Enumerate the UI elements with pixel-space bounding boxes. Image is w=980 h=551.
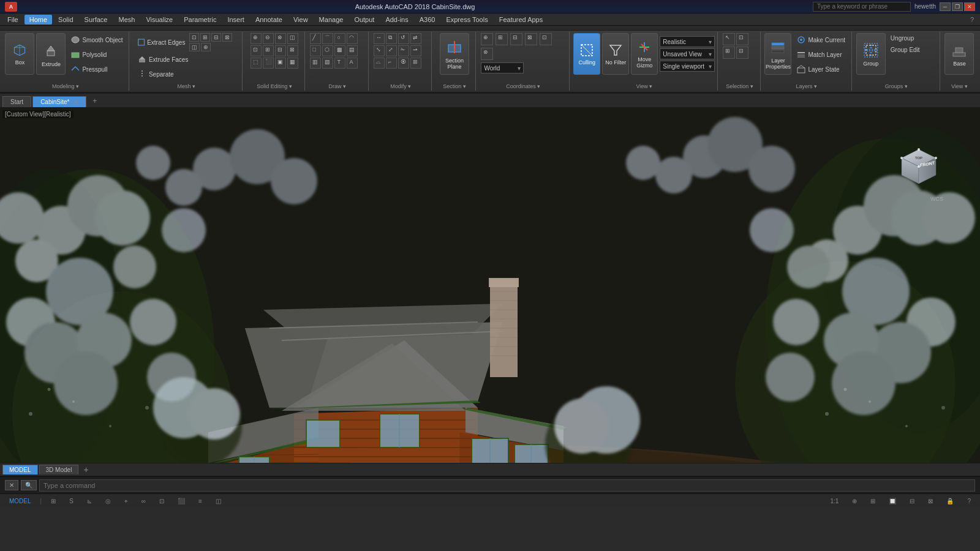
- add-layout-btn[interactable]: +: [80, 463, 92, 476]
- layer-properties-button[interactable]: Layer Properties: [764, 33, 791, 75]
- menu-item-insert[interactable]: Insert: [222, 15, 249, 24]
- coord-icon4[interactable]: ⊠: [525, 33, 537, 45]
- se-icon7[interactable]: ⊟: [275, 45, 286, 56]
- sel-icon4[interactable]: ⊟: [736, 47, 748, 59]
- line-btn[interactable]: ╱: [310, 33, 321, 44]
- menu-item-output[interactable]: Output: [349, 15, 379, 24]
- group-edit-btn[interactable]: Group Edit: [888, 45, 937, 55]
- otrack-toggle[interactable]: ∞: [137, 496, 150, 506]
- separate-button[interactable]: Separate: [134, 67, 183, 81]
- visual-style-dropdown[interactable]: Realistic: [660, 36, 715, 47]
- world-dropdown[interactable]: World: [481, 62, 524, 73]
- coord-icon1[interactable]: ⊕: [481, 33, 493, 45]
- extrude-faces-button[interactable]: Extrude Faces: [134, 53, 191, 66]
- coord-icon5[interactable]: ⊡: [540, 33, 552, 45]
- view-cube[interactable]: FRONT TOP WCS: [894, 144, 943, 193]
- sel-icon2[interactable]: ⊡: [736, 33, 748, 45]
- menu-item-featured[interactable]: Featured Apps: [494, 15, 548, 24]
- grid-toggle[interactable]: ⊞: [47, 496, 60, 506]
- boundary-btn[interactable]: ▥: [310, 58, 321, 69]
- se-icon8[interactable]: ⊠: [287, 45, 298, 56]
- status-icon1[interactable]: ⊕: [848, 496, 861, 506]
- trim-btn[interactable]: ✁: [398, 45, 409, 56]
- command-close-btn[interactable]: ✕: [5, 480, 18, 490]
- se-icon12[interactable]: ▦: [287, 58, 298, 69]
- se-icon10[interactable]: ⬛: [263, 58, 274, 69]
- osnap-toggle[interactable]: ⌖: [120, 496, 132, 507]
- search-input[interactable]: [813, 2, 911, 12]
- presspull-button[interactable]: Presspull: [67, 62, 126, 76]
- group-button[interactable]: Group: [856, 33, 886, 75]
- status-icon3[interactable]: 🔲: [884, 496, 900, 506]
- menu-item-manage[interactable]: Manage: [314, 15, 349, 24]
- model-tab[interactable]: MODEL: [2, 465, 38, 474]
- stretch-btn[interactable]: ⤢: [386, 45, 397, 56]
- menu-item-visualize[interactable]: Visualize: [141, 15, 178, 24]
- rotate-btn[interactable]: ↺: [398, 33, 409, 44]
- 3d-model-tab[interactable]: 3D Model: [39, 465, 79, 474]
- viewport-dropdown[interactable]: Single viewport: [660, 61, 715, 72]
- layer-extra-btn[interactable]: Layer State: [793, 62, 848, 76]
- ungroup-button[interactable]: Ungroup: [888, 33, 937, 43]
- transparency-toggle[interactable]: ◫: [211, 496, 225, 506]
- se-icon11[interactable]: ▣: [275, 58, 286, 69]
- sel-icon3[interactable]: ⊞: [723, 47, 735, 59]
- se-icon2[interactable]: ⊖: [263, 33, 274, 44]
- se-icon6[interactable]: ⊞: [263, 45, 274, 56]
- section-plane-button[interactable]: Section Plane: [440, 33, 469, 75]
- menu-item-parametric[interactable]: Parametric: [179, 15, 221, 24]
- ortho-toggle[interactable]: ⊾: [83, 496, 96, 506]
- status-icon2[interactable]: ⊞: [866, 496, 880, 506]
- menu-item-addins[interactable]: Add-ins: [380, 15, 413, 24]
- close-btn[interactable]: ✕: [964, 2, 975, 11]
- tab-close-icon[interactable]: ✕: [74, 99, 78, 105]
- menu-item-file[interactable]: File: [2, 15, 23, 24]
- saved-view-dropdown[interactable]: Unsaved View: [660, 48, 715, 59]
- circle-btn[interactable]: ○: [334, 33, 345, 44]
- menu-item-a360[interactable]: A360: [415, 15, 440, 24]
- tab-add-btn[interactable]: +: [88, 95, 102, 107]
- rect-btn[interactable]: □: [310, 45, 321, 56]
- menu-item-annotate[interactable]: Annotate: [251, 15, 287, 24]
- fillet-btn[interactable]: ⌓: [374, 58, 385, 69]
- region-btn[interactable]: ▧: [322, 58, 333, 69]
- status-icon4[interactable]: ⊟: [905, 496, 919, 506]
- mtext-btn[interactable]: A: [347, 58, 358, 69]
- extrude-button[interactable]: Extrude: [36, 33, 66, 75]
- polar-toggle[interactable]: ◎: [101, 496, 115, 506]
- hatch-btn[interactable]: ▩: [334, 45, 345, 56]
- box-button[interactable]: Box: [5, 33, 34, 75]
- extract-edges-button[interactable]: Extract Edges: [134, 36, 188, 49]
- array-btn[interactable]: ⊞: [410, 58, 421, 69]
- viewport-area[interactable]: [Custom View][Realistic]: [0, 108, 980, 463]
- offset-btn[interactable]: ⦿: [398, 58, 409, 69]
- tab-start[interactable]: Start: [2, 96, 31, 107]
- menu-item-surface[interactable]: Surface: [80, 15, 113, 24]
- polysolid-button[interactable]: Polysolid: [67, 48, 126, 61]
- tab-cabinsite[interactable]: CabinSite* ✕: [32, 96, 86, 107]
- chamfer-btn[interactable]: ⌐: [386, 58, 397, 69]
- coord-icon3[interactable]: ⊟: [510, 33, 522, 45]
- copy-btn[interactable]: ⧉: [386, 33, 397, 44]
- make-current-button[interactable]: Make Current: [793, 33, 848, 47]
- menu-item-mesh[interactable]: Mesh: [113, 15, 140, 24]
- move-gizmo-button[interactable]: Move Gizmo: [631, 33, 658, 75]
- model-status-btn[interactable]: MODEL: [5, 496, 36, 506]
- arc-btn[interactable]: ◠: [347, 33, 358, 44]
- lock-icon[interactable]: 🔒: [942, 496, 958, 506]
- se-icon4[interactable]: ◫: [287, 33, 298, 44]
- coord-icon2[interactable]: ⊞: [496, 33, 508, 45]
- polyline-btn[interactable]: ⌒: [322, 33, 333, 44]
- ducs-toggle[interactable]: ⊡: [155, 496, 168, 506]
- help-btn[interactable]: ?: [967, 16, 978, 23]
- menu-item-express[interactable]: Express Tools: [441, 15, 492, 24]
- no-filter-button[interactable]: No Filter: [602, 33, 629, 75]
- se-icon5[interactable]: ⊡: [251, 45, 262, 56]
- command-input[interactable]: [39, 479, 975, 492]
- extend-btn[interactable]: ⇀: [410, 45, 421, 56]
- polygon-btn[interactable]: ⬡: [322, 45, 333, 56]
- status-icon5[interactable]: ⊠: [924, 496, 937, 506]
- restore-btn[interactable]: ❐: [952, 2, 963, 11]
- mirror-btn[interactable]: ⇌: [410, 33, 421, 44]
- sel-icon1[interactable]: ↖: [723, 33, 735, 45]
